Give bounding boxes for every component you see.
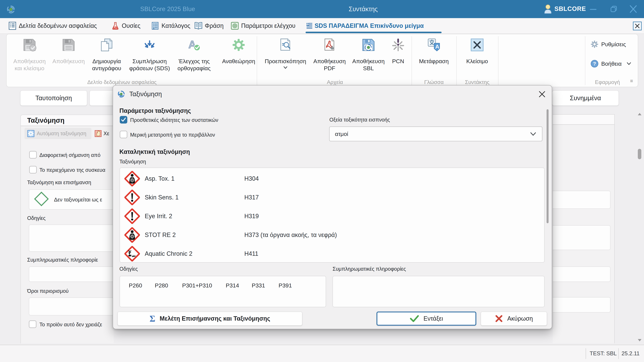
tab-close-button[interactable] bbox=[633, 22, 642, 30]
status-bar: TEST: SBL 25.2.11 bbox=[0, 345, 644, 362]
ribbon-group-label-language: Γλώσσα bbox=[412, 79, 456, 85]
scrollbar-up-arrow[interactable] bbox=[638, 113, 642, 115]
restore-button[interactable] bbox=[610, 5, 618, 13]
p-code[interactable]: P260 bbox=[129, 282, 142, 289]
classification-row[interactable]: Skin Sens. 1 H317 bbox=[120, 188, 544, 207]
checkbox-device-content[interactable] bbox=[29, 166, 37, 173]
menu-item-sds[interactable]: Δελτία δεδομένων ασφαλείας bbox=[8, 18, 97, 33]
red-x-icon bbox=[495, 315, 503, 323]
classification-panel: Ταξινόμηση Αυτόματη ταξινόμηση bbox=[20, 115, 114, 344]
menu-item-phrase[interactable]: Φράση bbox=[194, 18, 224, 33]
p-code[interactable]: P301+P310 bbox=[182, 282, 212, 289]
ribbon-settings-button[interactable]: Ρυθμίσεις bbox=[590, 40, 626, 48]
menu-bar: Δελτία δεδομένων ασφαλείας Ουσίες Κατάλο… bbox=[0, 18, 644, 34]
menu-item-label: Ουσίες bbox=[122, 22, 140, 29]
instructions-box[interactable] bbox=[29, 225, 114, 252]
minimize-button[interactable] bbox=[589, 5, 598, 13]
scrollbar-down-arrow[interactable] bbox=[638, 339, 642, 341]
checkbox-product-no-need[interactable] bbox=[29, 321, 36, 328]
book-icon bbox=[194, 22, 202, 30]
form-box bbox=[553, 191, 610, 209]
study-button-label: Μελέτη Επισήμανσης και Ταξινόμησης bbox=[160, 315, 270, 322]
ribbon-revision-button[interactable]: Αναθεώρηση bbox=[220, 38, 257, 65]
user-name: SBLCORE bbox=[554, 0, 586, 18]
supplementary-textarea[interactable] bbox=[332, 276, 544, 307]
chevron-down-icon bbox=[626, 62, 632, 65]
flask-icon bbox=[111, 22, 120, 30]
classification-row[interactable]: STOT RE 2 H373 (τα όργανα ακοής, τα νεφρ… bbox=[120, 226, 544, 244]
chevron-down-icon bbox=[283, 66, 288, 69]
form-box bbox=[553, 225, 610, 250]
form-box bbox=[553, 297, 610, 313]
cancel-button-label: Ακύρωση bbox=[507, 315, 533, 322]
checkbox-additive-properties[interactable] bbox=[120, 116, 127, 123]
menu-item-substances[interactable]: Ουσίες bbox=[111, 18, 140, 33]
tab-label: Συνημμένα bbox=[570, 94, 601, 102]
menu-item-catalog[interactable]: Κατάλογος bbox=[151, 18, 190, 33]
acute-toxicity-dropdown[interactable]: ατμοί bbox=[329, 126, 542, 141]
ghs-exclamation-icon bbox=[124, 189, 140, 206]
ok-button[interactable]: Εντάξει bbox=[376, 312, 476, 326]
ribbon-save-sbl-button[interactable]: ΑποθήκευσηSBL bbox=[350, 38, 387, 72]
checkbox-label: Το προϊόν αυτό δεν χρειάζε bbox=[40, 322, 102, 328]
section-tab-identification[interactable]: Ταυτοποίηση bbox=[20, 90, 87, 106]
ribbon-spellcheck-button[interactable]: A Έλεγχος τηςορθογραφίας bbox=[175, 38, 213, 72]
menu-item-control-params[interactable]: Παράμετροι ελέγχου bbox=[231, 18, 295, 33]
ribbon-save-close-button[interactable]: Αποθήκευσηκαι κλείσιμο bbox=[8, 38, 51, 72]
group-dialog-launcher-icon[interactable]: ≡ bbox=[630, 78, 633, 84]
right-form-panel bbox=[553, 114, 615, 344]
ribbon-separator bbox=[498, 36, 498, 85]
manual-classification-button[interactable]: Χε bbox=[95, 130, 109, 137]
window-close-button[interactable] bbox=[629, 5, 637, 13]
restriction-box[interactable] bbox=[29, 298, 114, 316]
ribbon-save-pdf-button[interactable]: ΑποθήκευσηPDF bbox=[310, 38, 349, 72]
classification-code: H411 bbox=[244, 244, 258, 263]
ribbon-pcn-button[interactable]: PCN bbox=[389, 38, 407, 65]
classification-row[interactable]: Asp. Tox. 1 H304 bbox=[120, 169, 544, 188]
greek-flag-icon bbox=[306, 23, 313, 29]
supplementary-box[interactable] bbox=[29, 267, 114, 282]
ribbon-group-label-editor: Συντάκτης bbox=[456, 79, 498, 85]
section-tab-attachments[interactable]: Συνημμένα bbox=[552, 90, 619, 106]
ribbon-fill-phrases-button[interactable]: Συμπλήρωσηφράσεων (SDS) bbox=[127, 38, 172, 72]
p-code[interactable]: P391 bbox=[278, 282, 292, 289]
dropdown-value: ατμοί bbox=[335, 127, 348, 141]
hand-icon bbox=[95, 130, 102, 137]
ribbon-toolbar: Αποθήκευσηκαι κλείσιμο Αποθήκευση Δημιου… bbox=[6, 34, 638, 87]
target-icon bbox=[231, 22, 239, 30]
classification-row[interactable]: Eye Irrit. 2 H319 bbox=[120, 207, 544, 226]
study-button[interactable]: Σ Μελέτη Επισήμανσης και Ταξινόμησης bbox=[118, 312, 302, 326]
document-list-icon bbox=[8, 22, 16, 30]
help-label: Βοήθεια bbox=[601, 60, 622, 67]
checkbox-different-marking[interactable] bbox=[29, 151, 37, 159]
ribbon-copy-button[interactable]: Δημιουργίααντιγράφου bbox=[88, 38, 126, 72]
pcodes-listbox[interactable]: P260 P280 P301+P310 P314 P331 P391 bbox=[120, 276, 326, 307]
scrollbar-thumb[interactable] bbox=[638, 149, 641, 159]
building-icon bbox=[151, 22, 159, 30]
classification-name: Aquatic Chronic 2 bbox=[145, 244, 192, 263]
p-code[interactable]: P280 bbox=[155, 282, 168, 289]
p-code[interactable]: P331 bbox=[252, 282, 265, 289]
ribbon-close-editor-button[interactable]: Κλείσιμο bbox=[460, 38, 494, 65]
ribbon-translate-button[interactable]: A Μετάφραση bbox=[414, 38, 453, 65]
app-logo-icon bbox=[6, 5, 16, 14]
auto-classification-button[interactable]: Αυτόματη ταξινόμηση bbox=[24, 128, 92, 139]
p-code[interactable]: P314 bbox=[226, 282, 239, 289]
classification-row[interactable]: Aquatic Chronic 2 H411 bbox=[120, 244, 544, 263]
classification-listbox[interactable]: Asp. Tox. 1 H304 Skin Sens. 1 H317 Eye bbox=[120, 168, 544, 263]
ghs-environment-icon bbox=[124, 246, 140, 262]
dialog-close-button[interactable] bbox=[539, 91, 546, 97]
ghs-health-hazard-icon bbox=[124, 227, 140, 243]
classification-code: H304 bbox=[244, 169, 259, 188]
cancel-button[interactable]: Ακύρωση bbox=[481, 312, 547, 326]
dialog-scrollbar-thumb[interactable] bbox=[546, 109, 548, 223]
ribbon-save-button[interactable]: Αποθήκευση bbox=[50, 38, 87, 65]
ribbon-help-button[interactable]: ? Βοήθεια bbox=[590, 60, 632, 68]
tab-sds-example-active[interactable]: SDS ΠΑΡΑΔΕΙΓΜΑ Επικίνδυνο μείγμα bbox=[306, 18, 424, 33]
settings-label: Ρυθμίσεις bbox=[601, 41, 626, 48]
active-tab-label: SDS ΠΑΡΑΔΕΙΓΜΑ Επικίνδυνο μείγμα bbox=[314, 22, 424, 29]
right-panel-header bbox=[553, 115, 614, 125]
acute-toxicity-label: Οξεία τοξικότητα εισπνοής bbox=[330, 117, 390, 123]
ribbon-preview-button[interactable]: Προεπισκόπηση bbox=[261, 38, 310, 69]
checkbox-partial-env[interactable] bbox=[120, 131, 127, 138]
